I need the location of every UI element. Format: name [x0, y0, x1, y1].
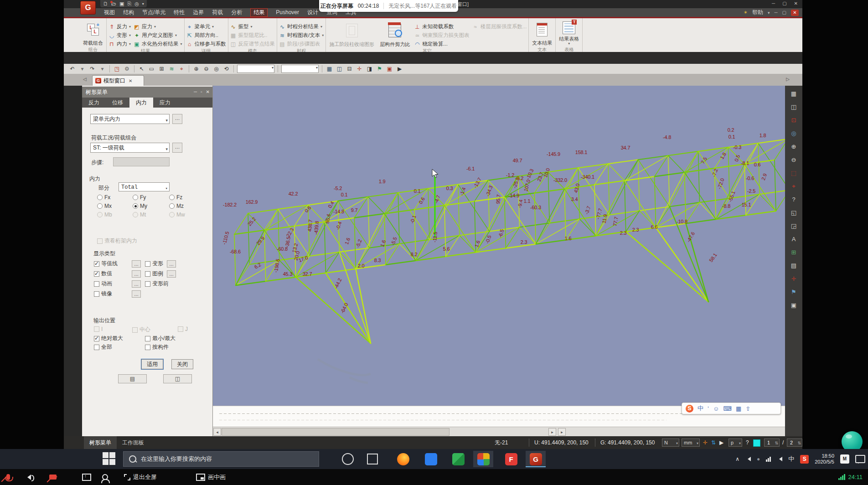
checkbox-变形[interactable] — [145, 261, 150, 267]
component-option-Fz[interactable]: Fz — [169, 194, 182, 201]
ribbon-button-荷载组合[interactable]: LL+荷载组合 — [82, 19, 104, 47]
display-option-等值线[interactable]: 等值线 — [94, 260, 141, 268]
ribbon-item-用户定义图形[interactable]: ✦用户定义图形▾ — [134, 31, 182, 40]
model-viewport[interactable]: -182.2162.942.2-5.21.9-6.149.7-145.9158.… — [213, 86, 785, 436]
checkbox-镜像[interactable] — [94, 291, 99, 297]
select-region-icon[interactable]: ⬚ — [789, 169, 799, 178]
im-tray-icon[interactable]: M — [840, 454, 849, 464]
checkbox-J[interactable] — [178, 326, 183, 332]
render-icon[interactable]: ▣ — [386, 65, 393, 73]
theme-icon[interactable]: ✶ — [744, 10, 748, 15]
more-options-button-图例[interactable] — [167, 270, 176, 278]
dock-tab-工作面板[interactable]: 工作面板 — [117, 436, 150, 449]
output-option-按构件[interactable]: 按构件 — [145, 343, 169, 351]
zoom-fit-icon[interactable]: ◎ — [212, 65, 220, 73]
menu-tab-分析[interactable]: 分析 — [231, 9, 242, 16]
total-spinner[interactable]: 2 — [787, 439, 802, 447]
midas-gen-taskbar-icon[interactable]: G — [526, 451, 546, 467]
zoom-out-icon[interactable]: ⊖ — [202, 65, 210, 73]
truss-force-option[interactable]: 查看桁架内力 — [97, 237, 137, 245]
view-combo[interactable] — [281, 65, 319, 73]
print-result-button[interactable]: ◫ — [163, 374, 192, 383]
radio-Fz[interactable] — [169, 195, 175, 200]
truss-force-checkbox[interactable] — [97, 238, 103, 244]
app-logo[interactable]: G — [80, 1, 96, 15]
radio-Mb[interactable] — [97, 212, 103, 217]
minimize-button[interactable]: ─ — [772, 0, 775, 7]
unit-select[interactable]: mm — [682, 439, 700, 447]
ribbon-item-楼层屈服强度系数...[interactable]: ≈楼层屈服强度系数... — [472, 22, 527, 31]
ribbon-button-层构件剪力比[interactable]: 层构件剪力比 — [378, 19, 411, 48]
menu-tab-视图[interactable]: 视图 — [104, 9, 115, 16]
output-option-绝对最大[interactable]: 绝对最大 — [94, 335, 123, 342]
colorful-app-icon[interactable] — [473, 451, 493, 467]
menu-tab-Pushover[interactable]: Pushover — [276, 9, 299, 16]
radio-Mz[interactable] — [169, 203, 175, 209]
loadcase-select[interactable]: ST: 一级荷载 — [90, 143, 170, 153]
panel-close-icon[interactable]: ✕ — [206, 87, 210, 98]
radio-Mt[interactable] — [133, 212, 138, 217]
list-icon[interactable]: ▤ — [789, 261, 799, 270]
ribbon-item-未知荷载系数[interactable]: ⊥未知荷载系数 — [414, 22, 470, 31]
ime-tool-icon-3[interactable]: ⌨ — [723, 405, 732, 412]
name-filter-combo[interactable] — [237, 65, 274, 73]
exit-fullscreen-button[interactable]: 退出全屏 — [124, 473, 157, 481]
more-options-button-镜像[interactable] — [132, 290, 141, 298]
annotation-icon[interactable]: A — [789, 235, 799, 244]
checkbox-按构件[interactable] — [145, 345, 150, 350]
component-option-Fx[interactable]: Fx — [97, 194, 110, 201]
ribbon-button-结果表格[interactable]: 结果表格▾ — [558, 19, 580, 47]
checkbox-中心[interactable] — [132, 327, 138, 333]
preview-icon[interactable]: ◎ — [134, 0, 139, 7]
speaker-button[interactable] — [25, 475, 31, 480]
menu-tab-节点/单元[interactable]: 节点/单元 — [142, 9, 165, 16]
checkbox-图例[interactable] — [145, 271, 150, 277]
ucs-toggle-icon[interactable]: ✛ — [703, 436, 708, 449]
ribbon-item-水化热分析结果[interactable]: ▣水化热分析结果▾ — [134, 40, 182, 48]
output-option-中心[interactable]: 中心 — [132, 326, 150, 334]
ime-tool-icon-0[interactable]: 中 — [698, 404, 703, 413]
ime-tool-icon-5[interactable]: ⇧ — [745, 405, 750, 412]
move-icon[interactable]: ✛ — [789, 274, 799, 284]
taskbar-search[interactable]: 在这里输入你要搜索的内容 — [123, 451, 319, 467]
ribbon-item-内力[interactable]: ⊓内力▾ — [108, 40, 131, 48]
radio-My[interactable] — [133, 203, 138, 209]
save-icon[interactable]: ▣ — [119, 0, 124, 7]
checkbox-数值[interactable] — [94, 271, 99, 277]
close-button[interactable]: ✕ — [794, 0, 798, 7]
component-option-Mw[interactable]: Mw — [169, 212, 185, 218]
more-options-button-数值[interactable] — [132, 270, 141, 278]
ribbon-button-文本结果[interactable]: 文本结果 — [531, 19, 553, 47]
ribbon-item-振型[interactable]: ∿振型▾ — [230, 22, 275, 31]
checkbox-最小/最大[interactable] — [145, 336, 150, 341]
precision-select[interactable]: p — [728, 439, 742, 447]
participants-button[interactable] — [102, 474, 108, 480]
model-tab-close-icon[interactable]: ✕ — [129, 78, 132, 83]
notification-center-icon[interactable] — [855, 455, 865, 463]
component-option-My[interactable]: My — [133, 203, 147, 209]
app-close-button[interactable]: ✕ — [791, 10, 799, 16]
checkbox-全部[interactable] — [94, 345, 99, 350]
ribbon-item-位移参与系数[interactable]: ⌂位移参与系数 — [186, 40, 226, 48]
scroll-left-button[interactable]: ◂ — [213, 428, 221, 436]
display-option-动画[interactable]: 动画 — [94, 280, 141, 288]
snap-icon[interactable]: ◳ — [113, 65, 121, 73]
hide-icon[interactable]: ⊟ — [346, 65, 353, 73]
query-icon[interactable]: ? — [789, 195, 799, 204]
ribbon-item-变形[interactable]: ◡变形▾ — [108, 31, 131, 40]
menu-tab-边界[interactable]: 边界 — [193, 9, 204, 16]
color-swatch[interactable] — [753, 439, 760, 447]
part-select[interactable]: Total — [119, 182, 170, 191]
taskbar-clock[interactable]: 18:50 2020/5/5 — [815, 453, 834, 465]
ime-tool-icon-4[interactable]: ▦ — [736, 405, 741, 412]
run-icon[interactable]: ▶ — [719, 436, 723, 449]
ribbon-item-反应谱节点结果[interactable]: ◫反应谱节点结果 — [230, 40, 275, 48]
scrollbar-thumb[interactable] — [222, 428, 450, 436]
sogou-logo-icon[interactable]: S — [686, 405, 693, 413]
menu-tab-特性[interactable]: 特性 — [174, 9, 185, 16]
checkbox-变形前[interactable] — [145, 281, 150, 287]
map-app-icon[interactable] — [448, 451, 468, 467]
ime-tool-icon-2[interactable]: ☺ — [713, 405, 719, 412]
tray-expand-icon[interactable]: ∧ — [735, 456, 739, 462]
ribbon-item-反力[interactable]: ⇑反力▾ — [108, 22, 131, 31]
